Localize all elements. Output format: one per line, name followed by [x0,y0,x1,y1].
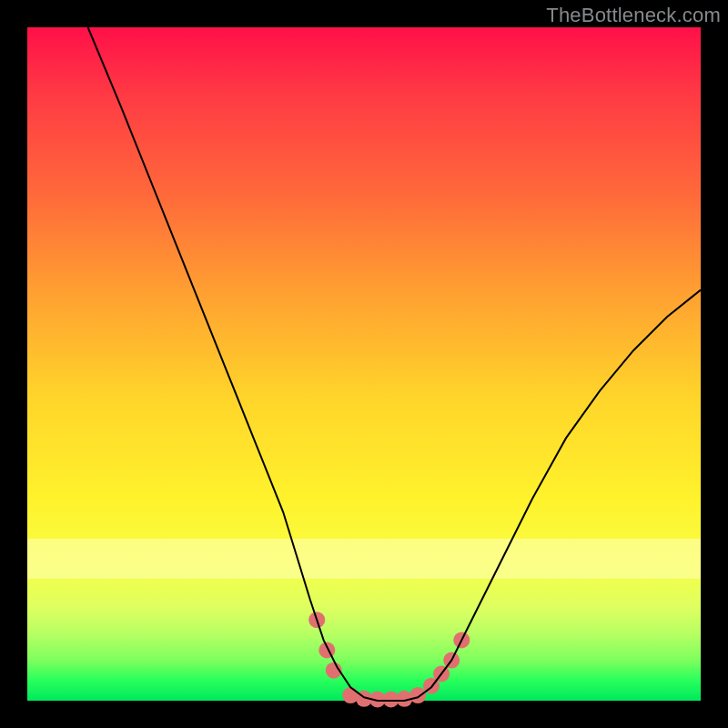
attribution-watermark: TheBottleneck.com [546,4,721,27]
chart-frame: TheBottleneck.com [0,0,728,728]
chart-svg [27,27,701,701]
highlight-dot [410,687,426,703]
bottleneck-curve-path [88,27,701,701]
highlight-dot [318,642,335,659]
